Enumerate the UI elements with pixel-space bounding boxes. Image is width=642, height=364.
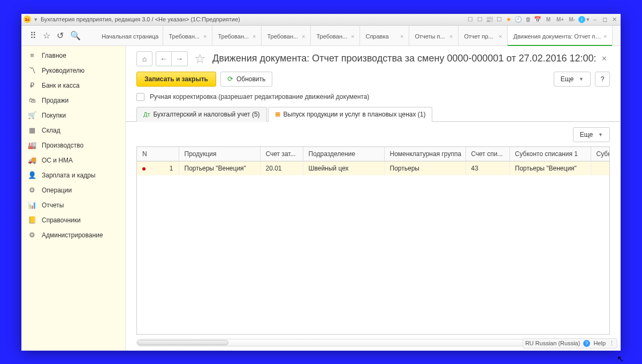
- star-icon[interactable]: ☆: [43, 30, 50, 41]
- sidebar-item[interactable]: ▦Склад: [21, 123, 125, 138]
- sidebar-item[interactable]: ₽Банк и касса: [21, 78, 125, 93]
- tab-close-icon[interactable]: ×: [448, 33, 454, 40]
- table-more-label: Еще: [580, 131, 593, 138]
- back-button[interactable]: ←: [156, 51, 172, 66]
- close-icon[interactable]: ✕: [610, 15, 618, 24]
- sidebar-item[interactable]: ≡Главное: [21, 48, 125, 63]
- tab-label: Справка: [365, 33, 399, 40]
- m-button[interactable]: M: [543, 15, 554, 24]
- data-tab-label: Выпуск продукции и услуг в плановых цена…: [284, 111, 426, 118]
- column-header[interactable]: Продукция: [179, 147, 260, 161]
- sidebar-label: Администрирование: [42, 231, 103, 239]
- sidebar-label: Главное: [42, 52, 66, 59]
- tab-close-icon[interactable]: ×: [251, 33, 257, 40]
- search-icon[interactable]: 🔍: [70, 30, 81, 41]
- sidebar-item[interactable]: 🏭Производство: [21, 138, 125, 153]
- toolbar-icon[interactable]: 📰: [485, 15, 494, 24]
- tab[interactable]: Отчет пр...×: [458, 26, 508, 45]
- favorite-toggle[interactable]: ☆: [194, 51, 206, 66]
- tab[interactable]: Справка×: [360, 26, 409, 45]
- cell-sub2: [591, 161, 610, 175]
- more-button[interactable]: Еще ▼: [554, 72, 591, 87]
- help-label[interactable]: Help: [593, 340, 606, 346]
- sidebar-item[interactable]: 🚚ОС и НМА: [21, 153, 125, 168]
- sidebar-icon: ▦: [28, 126, 36, 135]
- tab-close-icon[interactable]: ×: [202, 33, 208, 40]
- tabs: Начальная страницаТребован...×Требован..…: [96, 26, 621, 45]
- maximize-icon[interactable]: ◻: [600, 15, 609, 24]
- sidebar-item[interactable]: 📊Отчеты: [21, 198, 125, 213]
- home-button[interactable]: ⌂: [136, 51, 152, 66]
- column-header[interactable]: Подразделение: [303, 147, 384, 161]
- manual-edit-checkbox[interactable]: [136, 93, 144, 101]
- tab-close-icon[interactable]: ×: [301, 33, 306, 40]
- tab[interactable]: Требован...×: [262, 26, 311, 45]
- help-icon[interactable]: ?: [583, 340, 590, 347]
- row-marker-cell: 1: [137, 161, 179, 175]
- table-row[interactable]: 1 Портьеры "Венеция" 20.01 Швейный цех П…: [137, 161, 610, 175]
- toolbar-icon[interactable]: ☐: [495, 15, 503, 24]
- calculator-icon[interactable]: 🗑: [524, 15, 532, 24]
- table-wrap[interactable]: NПродукцияСчет зат...ПодразделениеНоменк…: [136, 146, 610, 335]
- close-page-button[interactable]: ×: [599, 54, 610, 64]
- column-header[interactable]: Номенклатурная группа: [384, 147, 465, 161]
- tab[interactable]: Начальная страница: [96, 26, 163, 45]
- toolbar-icon[interactable]: ☐: [466, 15, 475, 24]
- tab[interactable]: Отчеты п...×: [409, 26, 458, 45]
- manual-edit-label: Ручная корректировка (разрешает редактир…: [150, 93, 369, 100]
- forward-button[interactable]: →: [172, 51, 188, 66]
- column-header[interactable]: Счет спи...: [465, 147, 509, 161]
- sidebar-icon: 👤: [28, 171, 36, 180]
- history-icon[interactable]: 🕘: [514, 15, 523, 24]
- tab[interactable]: Требован...×: [163, 26, 212, 45]
- sidebar-item[interactable]: 👤Зарплата и кадры: [21, 168, 125, 183]
- sidebar-item[interactable]: 📒Справочники: [21, 213, 125, 228]
- toolbar-icon[interactable]: ☐: [476, 15, 484, 24]
- titlebar-dropdown-icon[interactable]: ▾: [34, 16, 37, 23]
- tabbar: ⠿ ☆ ↺ 🔍 Начальная страницаТребован...×Тр…: [21, 26, 621, 46]
- tab[interactable]: Требован...×: [212, 26, 262, 45]
- sidebar-icon: 📒: [28, 216, 36, 224]
- data-tab[interactable]: ДтБухгалтерский и налоговый учет (5): [136, 107, 267, 122]
- tab-close-icon[interactable]: ×: [498, 33, 503, 40]
- sidebar-label: Руководителю: [42, 67, 85, 74]
- tab-label: Требован...: [267, 33, 301, 40]
- save-and-close-button[interactable]: Записать и закрыть: [136, 72, 216, 87]
- sidebar-icon: 🏭: [28, 141, 36, 150]
- sidebar-item[interactable]: ⚙Операции: [21, 183, 125, 198]
- favorite-icon[interactable]: ★: [505, 15, 513, 24]
- language-indicator[interactable]: RU Russian (Russia): [525, 340, 580, 346]
- sidebar-label: Покупки: [42, 112, 66, 119]
- apps-icon[interactable]: ⠿: [30, 30, 36, 41]
- column-header[interactable]: Счет зат...: [260, 147, 303, 161]
- scrollbar-thumb[interactable]: [137, 340, 228, 345]
- data-tab[interactable]: ▦Выпуск продукции и услуг в плановых цен…: [268, 107, 433, 122]
- column-header[interactable]: N: [137, 147, 179, 161]
- help-button[interactable]: ?: [595, 72, 610, 87]
- refresh-button[interactable]: ⟳ Обновить: [220, 72, 272, 87]
- tab-close-icon[interactable]: ×: [602, 33, 608, 40]
- refresh-label: Обновить: [236, 75, 265, 83]
- refresh-icon: ⟳: [227, 75, 233, 83]
- sidebar-label: Справочники: [42, 216, 81, 224]
- column-header[interactable]: Субконто списания 1: [509, 147, 591, 161]
- history-icon[interactable]: ↺: [57, 30, 64, 41]
- m-minus-button[interactable]: M-: [567, 15, 577, 24]
- sidebar-item[interactable]: 〽Руководителю: [21, 63, 125, 78]
- info-dropdown-icon[interactable]: ▾: [586, 16, 590, 23]
- minimize-icon[interactable]: –: [591, 15, 599, 24]
- calendar-icon[interactable]: 📅: [533, 15, 542, 24]
- tab-close-icon[interactable]: ×: [399, 33, 404, 40]
- sidebar-item[interactable]: 🛍Продажи: [21, 93, 125, 108]
- info-icon[interactable]: i: [578, 16, 585, 23]
- m-plus-button[interactable]: M+: [555, 15, 565, 24]
- sidebar-item[interactable]: ⚙Администрирование: [21, 228, 125, 243]
- sidebar-icon: ⚙: [28, 186, 36, 195]
- sidebar-item[interactable]: 🛒Покупки: [21, 108, 125, 123]
- tab-close-icon[interactable]: ×: [350, 33, 355, 40]
- tab[interactable]: Движения документа: Отчет производства з…: [508, 26, 613, 45]
- column-header[interactable]: Субко: [591, 147, 610, 161]
- table-more-button[interactable]: Еще ▼: [573, 127, 610, 142]
- tab[interactable]: Требован...×: [311, 26, 360, 45]
- sidebar-label: Производство: [42, 142, 83, 149]
